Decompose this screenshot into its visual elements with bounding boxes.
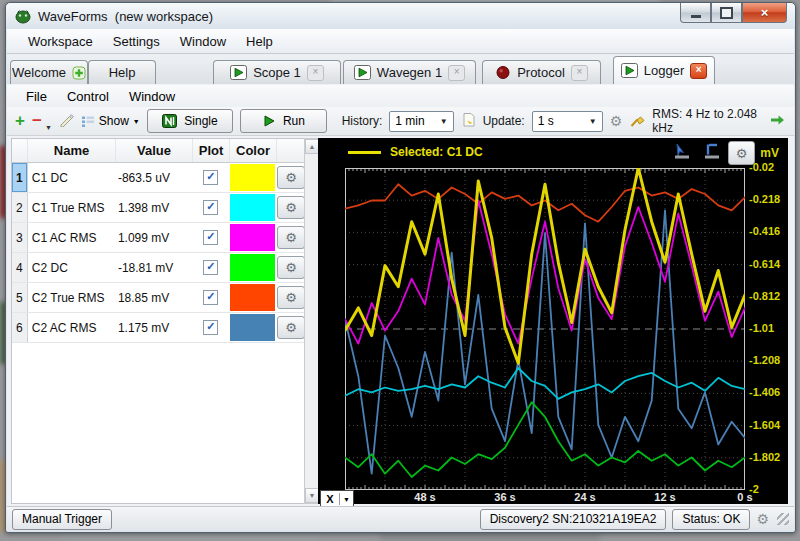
plot-canvas — [345, 168, 745, 490]
tab-close-icon[interactable]: × — [690, 63, 707, 79]
tab-label: Scope 1 — [253, 65, 301, 80]
tab-bar: WelcomeHelpScope 1×Wavegen 1×Protocol×Lo… — [7, 54, 794, 85]
marker-tool-icon[interactable] — [703, 143, 722, 163]
edit-icon[interactable] — [59, 112, 74, 130]
plot-checkbox[interactable]: ✓ — [203, 170, 218, 185]
tab-scope-1[interactable]: Scope 1× — [213, 60, 341, 84]
show-button[interactable]: Show ▼ — [81, 114, 140, 128]
legend-line-swatch — [348, 151, 381, 154]
color-cell — [229, 193, 277, 222]
color-swatch[interactable] — [230, 164, 276, 191]
title-bar: WaveForms (new workspace) — [6, 3, 795, 29]
add-channel-button[interactable]: + — [15, 114, 25, 128]
column-header-value[interactable]: Value — [116, 139, 193, 162]
row-number[interactable]: 6 — [12, 313, 28, 342]
channel-options-gear-icon[interactable]: ⚙ — [277, 256, 305, 279]
plot-cell: ✓ — [193, 200, 229, 215]
clear-broom-icon[interactable] — [629, 112, 645, 131]
row-number[interactable]: 2 — [12, 193, 28, 222]
manual-trigger-button[interactable]: Manual Trigger — [12, 509, 112, 530]
channel-options-gear-icon[interactable]: ⚙ — [277, 316, 305, 339]
resize-grip[interactable] — [777, 513, 789, 525]
tab-label: Wavegen 1 — [377, 65, 442, 80]
y-tick-label: -1.01 — [749, 322, 774, 334]
menu-item-settings[interactable]: Settings — [104, 31, 169, 52]
tab-label: Welcome — [12, 65, 66, 80]
window-controls: × — [680, 3, 787, 23]
x-tick-label: 0 s — [727, 491, 763, 503]
plot-checkbox[interactable]: ✓ — [203, 260, 218, 275]
menu-item-help[interactable]: Help — [237, 31, 282, 52]
y-tick-label: -0.416 — [749, 225, 780, 237]
close-button[interactable]: × — [742, 3, 787, 23]
device-button[interactable]: Discovery2 SN:210321A19EA2 — [480, 509, 667, 530]
table-row: 4C2 DC-18.81 mV✓⚙ — [12, 253, 306, 283]
plot-checkbox[interactable]: ✓ — [203, 230, 218, 245]
table-row: 6C2 AC RMS1.175 mV✓⚙ — [12, 313, 306, 343]
y-axis-unit: mV — [760, 146, 779, 160]
channel-options-gear-icon[interactable]: ⚙ — [277, 286, 305, 309]
update-select[interactable]: 1 s▼ — [532, 111, 603, 132]
y-tick-label: -0.614 — [749, 258, 780, 270]
tab-close-icon[interactable]: × — [448, 65, 465, 81]
color-swatch[interactable] — [230, 224, 276, 251]
maximize-button[interactable] — [711, 3, 742, 23]
column-header-plot[interactable]: Plot — [193, 139, 230, 162]
notes-icon[interactable] — [461, 112, 476, 130]
plot-checkbox[interactable]: ✓ — [203, 200, 218, 215]
color-swatch[interactable] — [230, 284, 276, 311]
menu-item-workspace[interactable]: Workspace — [19, 31, 102, 52]
device-options-gear-icon[interactable]: ⚙ — [756, 511, 769, 527]
logger-menu-item-file[interactable]: File — [17, 87, 56, 106]
gear-cell: ⚙ — [276, 226, 306, 249]
update-options-gear-icon[interactable]: ⚙ — [610, 113, 623, 129]
history-select[interactable]: 1 min▼ — [389, 111, 453, 132]
expand-arrow-icon[interactable] — [768, 114, 786, 129]
run-button[interactable]: Run — [240, 109, 326, 133]
list-icon — [81, 115, 95, 127]
row-number[interactable]: 5 — [12, 283, 28, 312]
app-icon — [14, 9, 32, 24]
plot-area — [345, 168, 745, 490]
chart-panel: Selected: C1 DC ⚙ mV -0.02-0.218-0.416-0… — [318, 138, 788, 504]
color-swatch[interactable] — [230, 254, 276, 281]
tab-welcome[interactable]: Welcome — [10, 60, 88, 84]
menu-item-window[interactable]: Window — [171, 31, 235, 52]
tab-close-icon[interactable]: × — [307, 65, 324, 81]
logger-toolbar: + − ▼ Show ▼ Single Run History: 1 min▼ — [7, 107, 794, 136]
table-row: 5C2 True RMS18.85 mV✓⚙ — [12, 283, 306, 313]
plot-checkbox[interactable]: ✓ — [203, 320, 218, 335]
scroll-up-icon[interactable]: ▲ — [305, 139, 319, 154]
row-number[interactable]: 4 — [12, 253, 28, 282]
single-button[interactable]: Single — [147, 109, 233, 133]
channel-options-gear-icon[interactable]: ⚙ — [277, 226, 305, 249]
remove-channel-button[interactable]: − — [32, 114, 42, 128]
row-number[interactable]: 1 — [12, 163, 28, 192]
scroll-down-icon[interactable]: ▼ — [305, 488, 319, 503]
tab-wavegen-1[interactable]: Wavegen 1× — [343, 60, 476, 84]
color-swatch[interactable] — [230, 194, 276, 221]
channel-options-gear-icon[interactable]: ⚙ — [277, 196, 305, 219]
tab-close-icon[interactable]: × — [571, 65, 588, 81]
update-label: Update: — [483, 114, 525, 128]
y-tick-label: -1.802 — [749, 451, 780, 463]
gear-cell: ⚙ — [276, 286, 306, 309]
tab-help[interactable]: Help — [88, 60, 156, 84]
logger-menu-item-window[interactable]: Window — [120, 87, 184, 106]
column-header-color[interactable]: Color — [230, 139, 277, 162]
waveforms-window: WaveForms (new workspace) × WorkspaceSet… — [5, 2, 796, 533]
color-swatch[interactable] — [230, 314, 276, 341]
status-bar: Manual Trigger Discovery2 SN:210321A19EA… — [7, 506, 794, 531]
status-ok-button[interactable]: Status: OK — [672, 509, 750, 530]
logger-menu-item-control[interactable]: Control — [58, 87, 118, 106]
plot-checkbox[interactable]: ✓ — [203, 290, 218, 305]
tab-protocol[interactable]: Protocol× — [482, 60, 601, 84]
column-header-name[interactable]: Name — [28, 139, 116, 162]
y-tick-label: -1.406 — [749, 386, 780, 398]
channel-options-gear-icon[interactable]: ⚙ — [277, 166, 305, 189]
row-number[interactable]: 3 — [12, 223, 28, 252]
remove-dropdown-icon[interactable]: ▼ — [45, 124, 52, 135]
cursor-tool-icon[interactable] — [673, 143, 692, 163]
tab-logger[interactable]: Logger× — [613, 56, 715, 84]
minimize-button[interactable] — [680, 3, 711, 23]
